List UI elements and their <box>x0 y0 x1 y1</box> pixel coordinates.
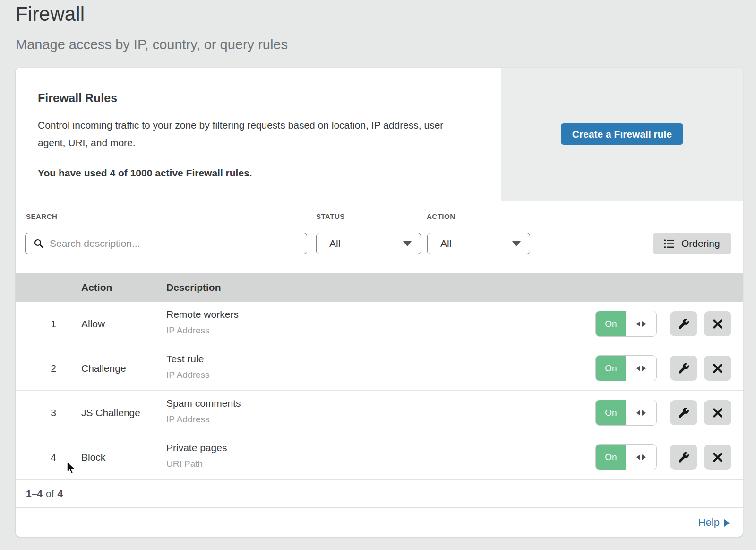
action-label: ACTION <box>427 212 455 220</box>
close-icon <box>713 319 723 329</box>
usage-summary: You have used 4 of 1000 active Firewall … <box>38 167 472 179</box>
close-icon <box>713 408 723 418</box>
edit-rule-button[interactable] <box>670 356 697 381</box>
wrench-icon <box>678 363 689 374</box>
firewall-rule-row: 3 JS Challenge Spam comments IP Address … <box>16 391 743 435</box>
help-row: Help <box>16 507 743 537</box>
triangle-left-icon <box>636 321 640 327</box>
ordering-button[interactable]: Ordering <box>653 233 731 254</box>
toggle-handle[interactable] <box>626 356 656 381</box>
rule-match-type: IP Address <box>166 325 239 336</box>
wrench-icon <box>678 452 689 463</box>
rule-enabled-toggle[interactable]: On <box>596 400 656 425</box>
rule-priority: 1 <box>44 302 63 346</box>
pagination-of: of <box>46 488 54 499</box>
pagination-range: 1–4 <box>26 488 43 499</box>
toggle-on-label: On <box>596 400 626 425</box>
firewall-rules-card: Firewall Rules Control incoming traffic … <box>16 68 743 537</box>
firewall-rule-row: 4 Block Private pages URI Path On <box>16 435 743 480</box>
page-subtitle: Manage access by IP, country, or query r… <box>16 37 288 52</box>
rule-controls: On <box>596 311 731 336</box>
edit-rule-button[interactable] <box>670 445 697 470</box>
rule-action: JS Challenge <box>81 391 140 435</box>
rule-description-block: Spam comments IP Address <box>166 398 241 425</box>
triangle-right-icon <box>642 410 646 416</box>
chevron-down-icon <box>512 241 521 246</box>
overview-action-panel: Create a Firewall rule <box>501 68 743 201</box>
overview-description: Control incoming traffic to your zone by… <box>38 116 472 151</box>
rule-controls: On <box>596 445 731 470</box>
rule-description: Spam comments <box>166 398 241 409</box>
page-title: Firewall <box>16 3 288 26</box>
table-header: Action Description <box>16 273 743 302</box>
column-header-action: Action <box>81 273 112 302</box>
toggle-handle[interactable] <box>626 400 656 425</box>
rule-description: Test rule <box>166 353 210 365</box>
status-selected-value: All <box>329 238 403 249</box>
firewall-rule-row: 1 Allow Remote workers IP Address On <box>16 302 743 346</box>
filters-bar: SEARCH STATUS All ACTION All Ordering <box>16 201 743 273</box>
help-link-label: Help <box>698 516 720 529</box>
pagination-total: 4 <box>58 488 63 499</box>
create-firewall-rule-button[interactable]: Create a Firewall rule <box>561 123 683 145</box>
action-select[interactable]: All <box>427 233 530 254</box>
rule-description-block: Private pages URI Path <box>166 442 227 469</box>
rule-priority: 3 <box>44 391 63 435</box>
overview-section: Firewall Rules Control incoming traffic … <box>16 68 743 201</box>
rule-match-type: IP Address <box>166 414 241 425</box>
rule-enabled-toggle[interactable]: On <box>596 356 656 381</box>
rule-action: Challenge <box>81 346 126 390</box>
delete-rule-button[interactable] <box>704 311 731 336</box>
rule-description-block: Remote workers IP Address <box>166 309 239 336</box>
search-box[interactable] <box>25 233 307 254</box>
toggle-handle[interactable] <box>626 445 656 470</box>
action-selected-value: All <box>440 238 512 249</box>
rule-priority: 4 <box>44 435 63 479</box>
column-header-description: Description <box>166 273 221 302</box>
edit-rule-button[interactable] <box>670 400 697 425</box>
triangle-left-icon <box>636 410 640 416</box>
rule-action: Allow <box>81 302 105 346</box>
rule-description: Remote workers <box>166 309 239 320</box>
status-select[interactable]: All <box>316 233 421 254</box>
rule-controls: On <box>596 400 731 425</box>
list-icon <box>663 238 675 250</box>
toggle-on-label: On <box>596 445 626 470</box>
rule-controls: On <box>596 356 731 381</box>
toggle-on-label: On <box>596 356 626 381</box>
delete-rule-button[interactable] <box>704 356 731 381</box>
rule-match-type: IP Address <box>166 370 210 380</box>
triangle-right-icon <box>642 321 646 327</box>
status-label: STATUS <box>316 212 345 220</box>
triangle-right-icon <box>642 366 646 371</box>
delete-rule-button[interactable] <box>704 400 731 425</box>
toggle-handle[interactable] <box>626 311 656 336</box>
edit-rule-button[interactable] <box>670 311 697 336</box>
ordering-button-label: Ordering <box>681 238 720 249</box>
search-input[interactable] <box>49 237 307 250</box>
help-link[interactable]: Help <box>698 516 730 529</box>
close-icon <box>713 452 723 463</box>
triangle-right-icon <box>642 454 646 460</box>
firewall-rule-row: 2 Challenge Test rule IP Address On <box>16 346 743 391</box>
chevron-down-icon <box>403 241 412 246</box>
page-header: Firewall Manage access by IP, country, o… <box>16 3 288 52</box>
triangle-left-icon <box>636 454 640 460</box>
rule-enabled-toggle[interactable]: On <box>596 445 656 470</box>
delete-rule-button[interactable] <box>704 445 731 470</box>
arrow-right-icon <box>724 519 730 527</box>
rule-action: Block <box>81 435 105 479</box>
toggle-on-label: On <box>596 311 626 336</box>
overview-text-block: Firewall Rules Control incoming traffic … <box>16 68 501 201</box>
search-label: SEARCH <box>26 212 57 220</box>
triangle-left-icon <box>636 366 640 371</box>
rule-description-block: Test rule IP Address <box>166 353 210 380</box>
search-icon <box>34 238 44 249</box>
rule-enabled-toggle[interactable]: On <box>596 311 656 336</box>
wrench-icon <box>678 407 689 419</box>
firewall-rules-list: 1 Allow Remote workers IP Address On <box>16 302 743 480</box>
rule-match-type: URI Path <box>166 459 227 469</box>
rule-priority: 2 <box>44 346 63 390</box>
close-icon <box>713 363 723 374</box>
rule-description: Private pages <box>166 442 227 454</box>
